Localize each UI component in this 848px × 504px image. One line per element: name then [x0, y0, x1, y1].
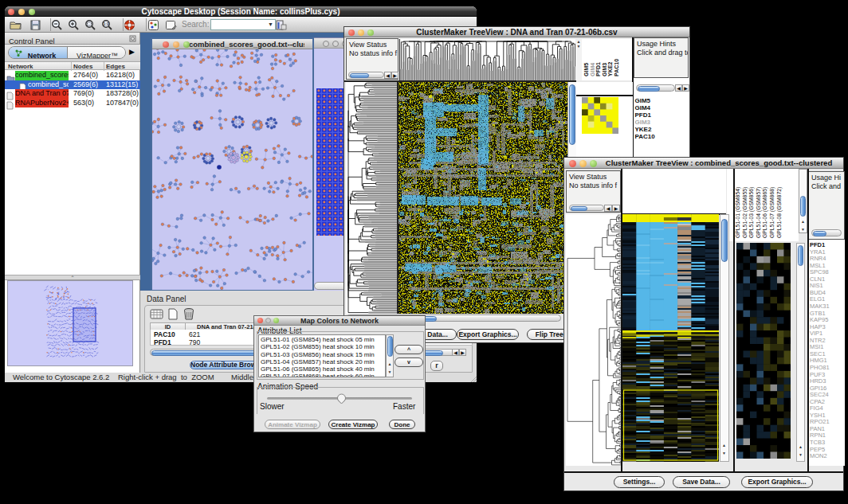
svg-text:1:1: 1:1: [103, 21, 108, 26]
